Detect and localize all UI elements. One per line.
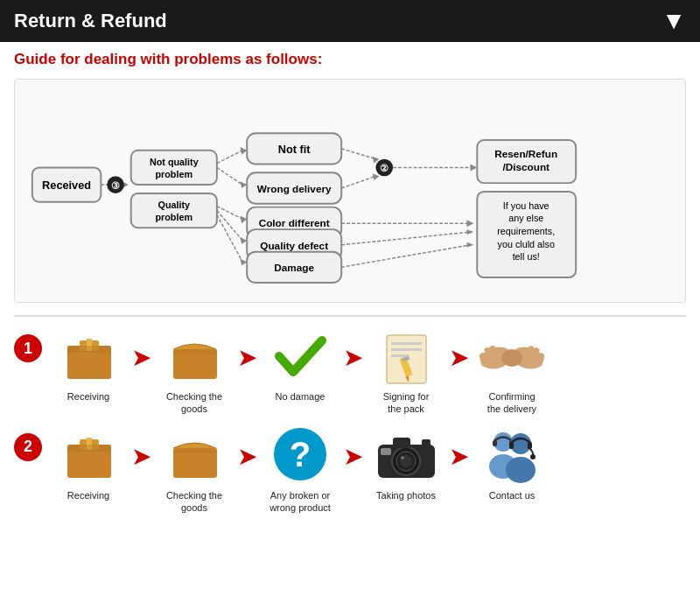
step-2-number: 2 — [14, 433, 42, 461]
step-2-item-contact: Contact us — [472, 424, 551, 501]
step-1-row: 1 Receiving ➤ — [14, 326, 686, 416]
step-1-label-confirming: Confirmingthe delivery — [487, 390, 536, 416]
camera-icon — [371, 424, 441, 486]
main-content: Guide for dealing with problems as follo… — [0, 42, 700, 531]
arrow-4: ➤ — [449, 343, 469, 372]
svg-point-76 — [501, 349, 522, 367]
svg-marker-45 — [470, 165, 477, 172]
agent-icon — [477, 424, 547, 486]
svg-text:Damage: Damage — [274, 262, 314, 273]
step-2-item-photos: Taking photos — [367, 424, 445, 501]
step-1-number: 1 — [14, 334, 42, 362]
svg-line-32 — [341, 149, 375, 159]
checking2-icon — [159, 424, 229, 486]
question-icon: ? — [265, 424, 335, 486]
arrow-2: ➤ — [237, 343, 257, 372]
svg-text:tell us!: tell us! — [513, 251, 540, 262]
step-1-item-receiving: Receiving — [49, 326, 128, 403]
svg-text:Received: Received — [42, 179, 91, 192]
svg-text:③: ③ — [111, 180, 120, 191]
svg-text:②: ② — [380, 163, 388, 173]
step-1-item-signing: Signing forthe pack — [367, 326, 445, 416]
svg-line-16 — [217, 207, 242, 220]
svg-marker-21 — [240, 259, 247, 266]
arrow-7: ➤ — [343, 442, 363, 471]
svg-rect-64 — [391, 354, 409, 357]
svg-text:Quality: Quality — [158, 200, 191, 210]
svg-text:Wrong delivery: Wrong delivery — [257, 183, 332, 194]
receiving-icon — [53, 326, 123, 387]
svg-marker-37 — [466, 220, 473, 227]
guide-subtitle: Guide for dealing with problems as follo… — [14, 51, 686, 68]
svg-rect-62 — [391, 342, 422, 345]
svg-line-18 — [217, 211, 242, 241]
checking-icon — [159, 326, 229, 387]
svg-text:problem: problem — [156, 212, 193, 222]
step-1-item-confirming: Confirmingthe delivery — [472, 326, 551, 416]
step-2-item-receiving: Receiving — [49, 424, 128, 501]
step-2-label-contact: Contact us — [489, 489, 536, 501]
arrow-1: ➤ — [131, 343, 151, 372]
svg-rect-99 — [509, 442, 514, 449]
step-2-label-photos: Taking photos — [376, 489, 436, 501]
page-header: Return & Refund ▼ — [0, 0, 700, 42]
step-1-label-nodamage: No damage — [276, 390, 326, 403]
step-1-label-signing: Signing forthe pack — [383, 390, 430, 416]
step-2-items: Receiving ➤ Checking thegoods ➤ — [49, 424, 686, 515]
flowchart-svg: Received ③ Not quality problem Quality p… — [24, 88, 676, 290]
svg-rect-63 — [391, 348, 422, 351]
arrow-8: ➤ — [449, 442, 469, 471]
svg-marker-17 — [240, 215, 247, 223]
svg-point-98 — [506, 457, 536, 483]
arrow-icon: ▼ — [662, 7, 686, 35]
step-2-row: 2 Receiving ➤ — [14, 424, 686, 515]
svg-line-40 — [341, 245, 470, 268]
receiving2-icon — [53, 424, 123, 486]
svg-line-34 — [341, 176, 375, 188]
svg-line-38 — [341, 232, 470, 245]
step-1-item-nodamage: No damage — [261, 326, 340, 403]
svg-text:?: ? — [289, 435, 310, 473]
svg-marker-35 — [373, 173, 380, 180]
arrow-5: ➤ — [131, 442, 151, 471]
step-1-items: Receiving ➤ Checking thegoods ➤ — [49, 326, 686, 416]
svg-text:Not quality: Not quality — [150, 157, 199, 167]
svg-marker-19 — [240, 237, 247, 244]
svg-rect-80 — [67, 445, 111, 452]
svg-rect-92 — [381, 448, 391, 455]
svg-marker-13 — [240, 147, 247, 155]
step-2-item-checking: Checking thegoods — [155, 424, 234, 515]
step-1-label-checking: Checking thegoods — [166, 390, 222, 416]
svg-text:you cluld also: you cluld also — [498, 239, 555, 249]
svg-rect-90 — [393, 438, 410, 448]
svg-point-89 — [401, 456, 404, 459]
svg-rect-82 — [173, 448, 217, 453]
step-2-item-broken: ? Any broken orwrong product — [261, 424, 340, 515]
svg-line-12 — [217, 151, 242, 164]
svg-text:Color different: Color different — [259, 217, 330, 228]
svg-text:Not fit: Not fit — [278, 143, 312, 156]
svg-text:/Discount: /Discount — [502, 161, 550, 172]
steps-section: 1 Receiving ➤ — [14, 315, 686, 514]
step-2-label-checking: Checking thegoods — [166, 489, 222, 515]
svg-marker-15 — [240, 181, 247, 188]
checkmark-icon — [265, 326, 335, 387]
svg-line-14 — [217, 167, 242, 185]
svg-marker-41 — [466, 242, 473, 248]
svg-rect-95 — [493, 440, 497, 446]
arrow-6: ➤ — [237, 442, 257, 471]
page-title: Return & Refund — [14, 10, 167, 32]
svg-text:problem: problem — [156, 169, 193, 179]
svg-text:Quality defect: Quality defect — [260, 240, 328, 251]
svg-rect-58 — [67, 346, 111, 353]
svg-text:Resen/Refun: Resen/Refun — [494, 148, 557, 159]
svg-marker-39 — [466, 229, 473, 235]
step-1-item-checking: Checking thegoods — [155, 326, 234, 416]
flowchart-section: Received ③ Not quality problem Quality p… — [14, 79, 686, 303]
svg-text:requirements,: requirements, — [497, 226, 555, 236]
svg-rect-91 — [422, 439, 430, 446]
svg-text:any else: any else — [508, 213, 543, 223]
arrow-3: ➤ — [343, 343, 363, 372]
step-2-label-receiving: Receiving — [67, 489, 109, 501]
handshake-icon — [477, 326, 547, 387]
